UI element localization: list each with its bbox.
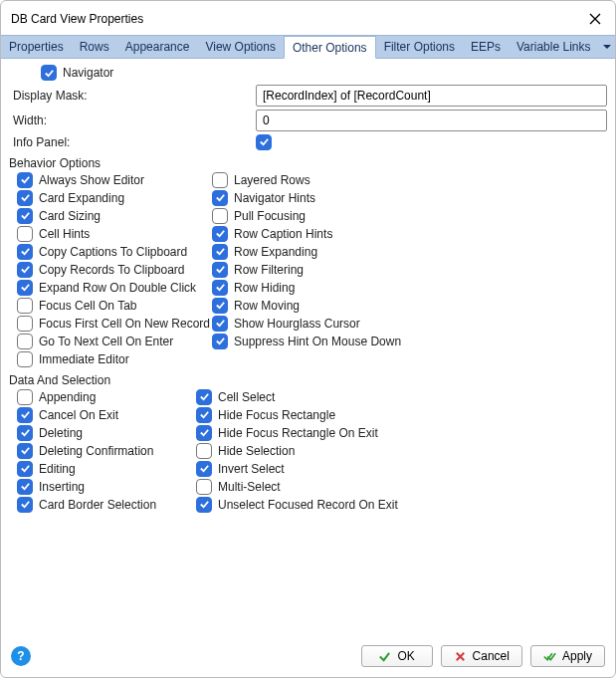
appending-checkbox[interactable]: Appending <box>17 389 188 405</box>
go-next-on-enter-checkbox[interactable]: Go To Next Cell On Enter <box>17 334 212 349</box>
close-icon <box>589 13 601 25</box>
pull-focusing-checkbox[interactable]: Pull Focusing <box>212 208 607 224</box>
suppress-hint-mousedown-checkbox[interactable]: Suppress Hint On Mouse Down <box>212 334 607 349</box>
unselect-focused-exit-checkbox[interactable]: Unselect Focused Record On Exit <box>196 497 607 513</box>
help-button[interactable]: ? <box>11 646 31 666</box>
focus-first-cell-new-record-checkbox[interactable]: Focus First Cell On New Record <box>17 316 212 332</box>
deleting-confirm-checkbox[interactable]: Deleting Confirmation <box>17 443 188 459</box>
check-icon <box>378 650 391 663</box>
layered-rows-checkbox[interactable]: Layered Rows <box>212 172 607 188</box>
navigator-label: Navigator <box>63 66 113 80</box>
deleting-checkbox[interactable]: Deleting <box>17 425 188 441</box>
display-mask-input[interactable] <box>256 85 607 107</box>
tab-overflow-button[interactable] <box>598 36 615 58</box>
navigator-hints-checkbox[interactable]: Navigator Hints <box>212 190 607 206</box>
close-button[interactable] <box>583 7 607 31</box>
tab-rows[interactable]: Rows <box>72 36 117 58</box>
immediate-editor-checkbox[interactable]: Immediate Editor <box>17 351 607 367</box>
help-icon: ? <box>17 649 24 663</box>
tab-properties[interactable]: Properties <box>1 36 72 58</box>
copy-records-checkbox[interactable]: Copy Records To Clipboard <box>17 262 212 278</box>
cancel-on-exit-checkbox[interactable]: Cancel On Exit <box>17 407 188 423</box>
row-moving-checkbox[interactable]: Row Moving <box>212 298 607 314</box>
tab-other-options[interactable]: Other Options <box>284 36 376 59</box>
double-check-icon <box>543 650 556 663</box>
info-panel-label: Info Panel: <box>9 135 256 149</box>
chevron-down-icon <box>603 43 611 51</box>
cancel-button[interactable]: Cancel <box>441 645 522 667</box>
window-title: DB Card View Properties <box>11 12 143 26</box>
display-mask-label: Display Mask: <box>9 89 256 103</box>
tab-view-options[interactable]: View Options <box>197 36 283 58</box>
apply-button[interactable]: Apply <box>530 645 605 667</box>
invert-select-checkbox[interactable]: Invert Select <box>196 461 607 477</box>
show-hourglass-checkbox[interactable]: Show Hourglass Cursor <box>212 316 607 332</box>
row-caption-hints-checkbox[interactable]: Row Caption Hints <box>212 226 607 242</box>
behavior-section-title: Behavior Options <box>9 156 607 170</box>
tab-eeps[interactable]: EEPs <box>463 36 509 58</box>
hide-selection-checkbox[interactable]: Hide Selection <box>196 443 607 459</box>
tab-variable-links[interactable]: Variable Links <box>509 36 598 58</box>
card-expanding-checkbox[interactable]: Card Expanding <box>17 190 212 206</box>
cell-select-checkbox[interactable]: Cell Select <box>196 389 607 405</box>
card-border-selection-checkbox[interactable]: Card Border Selection <box>17 497 188 513</box>
row-filtering-checkbox[interactable]: Row Filtering <box>212 262 607 278</box>
width-label: Width: <box>9 113 256 127</box>
row-hiding-checkbox[interactable]: Row Hiding <box>212 280 607 296</box>
info-panel-checkbox[interactable] <box>256 134 278 150</box>
cancel-icon <box>454 650 467 663</box>
data-section-title: Data And Selection <box>9 373 607 387</box>
ok-button[interactable]: OK <box>361 645 433 667</box>
card-sizing-checkbox[interactable]: Card Sizing <box>17 208 212 224</box>
tab-strip: Properties Rows Appearance View Options … <box>1 35 615 59</box>
editing-checkbox[interactable]: Editing <box>17 461 188 477</box>
tab-filter-options[interactable]: Filter Options <box>376 36 463 58</box>
cell-hints-checkbox[interactable]: Cell Hints <box>17 226 212 242</box>
always-show-editor-checkbox[interactable]: Always Show Editor <box>17 172 212 188</box>
copy-captions-checkbox[interactable]: Copy Captions To Clipboard <box>17 244 212 260</box>
hide-focus-rect-exit-checkbox[interactable]: Hide Focus Rectangle On Exit <box>196 425 607 441</box>
navigator-checkbox[interactable]: Navigator <box>41 65 113 81</box>
focus-cell-on-tab-checkbox[interactable]: Focus Cell On Tab <box>17 298 212 314</box>
width-input[interactable] <box>256 110 607 131</box>
inserting-checkbox[interactable]: Inserting <box>17 479 188 495</box>
tab-appearance[interactable]: Appearance <box>117 36 198 58</box>
multi-select-checkbox[interactable]: Multi-Select <box>196 479 607 495</box>
hide-focus-rect-checkbox[interactable]: Hide Focus Rectangle <box>196 407 607 423</box>
expand-row-dblclick-checkbox[interactable]: Expand Row On Double Click <box>17 280 212 296</box>
row-expanding-checkbox[interactable]: Row Expanding <box>212 244 607 260</box>
